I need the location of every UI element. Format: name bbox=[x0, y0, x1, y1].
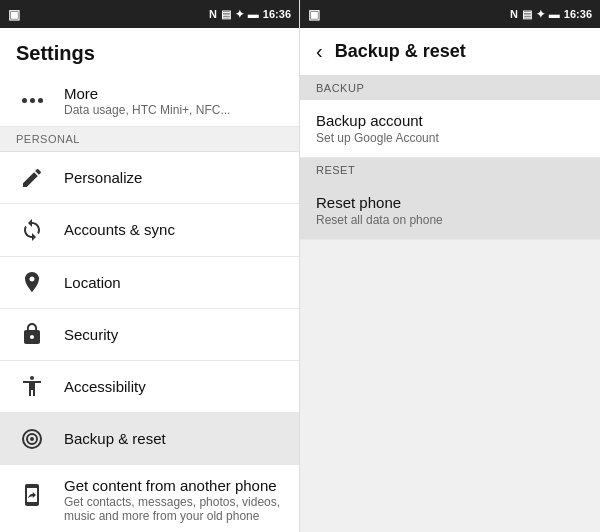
backup-reset-label: Backup & reset bbox=[64, 430, 166, 447]
accounts-sync-icon bbox=[16, 214, 48, 246]
security-label: Security bbox=[64, 326, 118, 343]
left-status-bar: ▣ N ▤ ✦ ▬ 16:36 bbox=[0, 0, 299, 28]
accessibility-icon bbox=[16, 370, 48, 402]
nfc-icon: N bbox=[209, 8, 217, 20]
more-label: More bbox=[64, 85, 230, 102]
battery-icon: ▬ bbox=[248, 8, 259, 20]
security-menu-item[interactable]: Security bbox=[0, 309, 299, 361]
app-title: Settings bbox=[0, 28, 299, 75]
reset-phone-sublabel: Reset all data on phone bbox=[316, 213, 584, 227]
right-status-bar: ▣ N ▤ ✦ ▬ 16:36 bbox=[300, 0, 600, 28]
backup-account-item[interactable]: Backup account Set up Google Account bbox=[300, 100, 600, 158]
sim-icon: ▣ bbox=[8, 7, 20, 22]
backup-account-label: Backup account bbox=[316, 112, 584, 129]
accessibility-label: Accessibility bbox=[64, 378, 146, 395]
svg-point-2 bbox=[30, 437, 34, 441]
reset-section-header: RESET bbox=[300, 158, 600, 182]
location-menu-item[interactable]: Location bbox=[0, 257, 299, 309]
right-panel: ▣ N ▤ ✦ ▬ 16:36 ‹ Backup & reset BACKUP … bbox=[300, 0, 600, 532]
personalize-icon bbox=[16, 162, 48, 194]
accessibility-menu-item[interactable]: Accessibility bbox=[0, 361, 299, 413]
signal-icon: ▤ bbox=[221, 8, 231, 21]
right-header: ‹ Backup & reset bbox=[300, 28, 600, 76]
time-display: 16:36 bbox=[263, 8, 291, 20]
reset-phone-item[interactable]: Reset phone Reset all data on phone bbox=[300, 182, 600, 240]
accounts-sync-menu-item[interactable]: Accounts & sync bbox=[0, 204, 299, 256]
personalize-label: Personalize bbox=[64, 169, 142, 186]
right-sim-icon: ▣ bbox=[308, 7, 320, 22]
right-battery-icon: ▬ bbox=[549, 8, 560, 20]
personal-section-header: PERSONAL bbox=[0, 127, 299, 152]
status-bar-right: N ▤ ✦ ▬ 16:36 bbox=[209, 8, 291, 21]
right-nfc-icon: N bbox=[510, 8, 518, 20]
location-label: Location bbox=[64, 274, 121, 291]
backup-account-sublabel: Set up Google Account bbox=[316, 131, 584, 145]
right-title: Backup & reset bbox=[335, 41, 466, 62]
location-icon bbox=[16, 266, 48, 298]
personalize-menu-item[interactable]: Personalize bbox=[0, 152, 299, 204]
backup-section-header: BACKUP bbox=[300, 76, 600, 100]
left-panel: ▣ N ▤ ✦ ▬ 16:36 Settings More Data usage… bbox=[0, 0, 300, 532]
right-time-display: 16:36 bbox=[564, 8, 592, 20]
backup-reset-icon bbox=[16, 423, 48, 455]
more-sublabel: Data usage, HTC Mini+, NFC... bbox=[64, 103, 230, 117]
backup-reset-menu-item[interactable]: Backup & reset bbox=[0, 413, 299, 465]
more-icon bbox=[16, 85, 48, 117]
accounts-sync-label: Accounts & sync bbox=[64, 221, 175, 238]
right-network-icon: ✦ bbox=[536, 8, 545, 21]
get-content-sublabel: Get contacts, messages, photos, videos, … bbox=[64, 495, 283, 523]
network-icon: ✦ bbox=[235, 8, 244, 21]
right-signal-icon: ▤ bbox=[522, 8, 532, 21]
security-icon bbox=[16, 318, 48, 350]
right-content: BACKUP Backup account Set up Google Acco… bbox=[300, 76, 600, 532]
more-menu-item[interactable]: More Data usage, HTC Mini+, NFC... bbox=[0, 75, 299, 127]
reset-phone-label: Reset phone bbox=[316, 194, 584, 211]
status-bar-left: ▣ bbox=[8, 7, 20, 22]
get-content-icon bbox=[16, 479, 48, 511]
right-status-bar-left: ▣ bbox=[308, 7, 320, 22]
get-content-menu-item[interactable]: Get content from another phone Get conta… bbox=[0, 465, 299, 532]
get-content-label: Get content from another phone bbox=[64, 477, 283, 494]
back-button[interactable]: ‹ bbox=[316, 40, 323, 63]
right-status-bar-right: N ▤ ✦ ▬ 16:36 bbox=[510, 8, 592, 21]
